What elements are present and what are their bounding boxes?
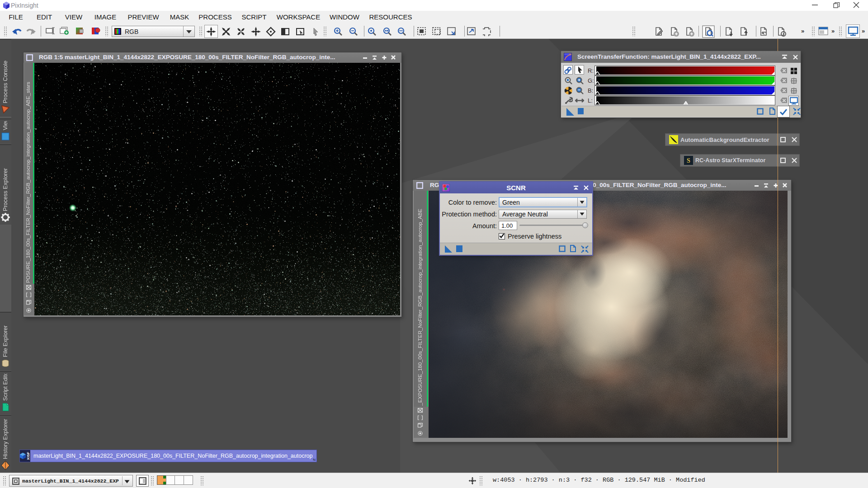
- svg-text:S: S: [687, 157, 690, 164]
